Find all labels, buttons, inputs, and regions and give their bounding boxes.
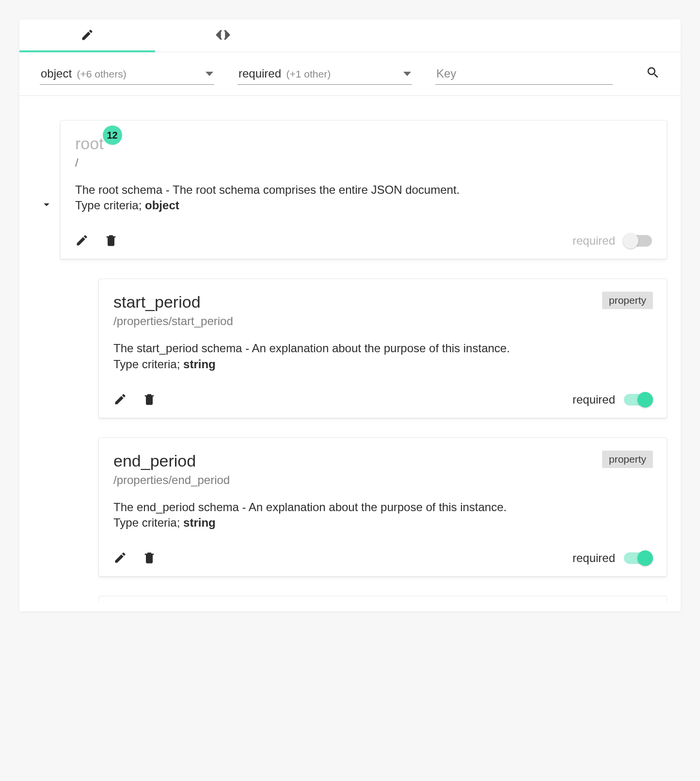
tab-bar	[19, 19, 681, 52]
required-toggle[interactable]	[624, 235, 652, 247]
type-filter-select[interactable]: object (+6 others)	[40, 64, 214, 85]
edit-button[interactable]	[75, 234, 90, 248]
required-label: required	[573, 551, 615, 565]
required-toggle[interactable]	[624, 552, 652, 564]
property-badge: property	[602, 292, 653, 309]
required-filter-label: required (+1 other)	[239, 67, 331, 80]
root-type-criteria: Type criteria; object	[75, 199, 652, 212]
key-search-input[interactable]	[436, 67, 612, 80]
chevron-down-icon	[206, 72, 213, 76]
property-badge: property	[602, 451, 653, 468]
root-children: property start_period /properties/start_…	[98, 279, 667, 577]
property-title: end_period	[113, 452, 196, 470]
expand-toggle[interactable]	[40, 198, 53, 211]
required-toggle[interactable]	[624, 394, 652, 406]
root-card: root 12 / The root schema - The root sch…	[60, 120, 667, 259]
property-card: property end_period /properties/end_peri…	[98, 437, 667, 577]
tab-code-view[interactable]	[155, 19, 291, 52]
pencil-icon	[80, 28, 94, 44]
filter-bar: object (+6 others) required (+1 other)	[19, 52, 681, 96]
search-button[interactable]	[646, 65, 660, 85]
required-filter-select[interactable]: required (+1 other)	[238, 64, 412, 85]
delete-button[interactable]	[143, 551, 157, 565]
code-icon	[215, 27, 231, 45]
property-title: start_period	[113, 293, 201, 312]
property-path: /properties/start_period	[113, 314, 652, 328]
root-path: /	[75, 156, 652, 170]
edit-button[interactable]	[113, 392, 128, 407]
required-label: required	[573, 234, 615, 248]
property-description: The end_period schema - An explanation a…	[113, 500, 652, 515]
property-description: The start_period schema - An explanation…	[113, 341, 652, 356]
property-type-criteria: Type criteria; string	[113, 516, 652, 530]
property-card: property start_period /properties/start_…	[98, 279, 667, 418]
next-card-peek	[98, 596, 667, 602]
edit-button[interactable]	[113, 551, 128, 565]
required-label: required	[573, 393, 615, 406]
root-description: The root schema - The root schema compri…	[75, 182, 652, 198]
child-count-badge: 12	[103, 125, 122, 145]
root-title: root 12	[75, 134, 104, 153]
chevron-down-icon	[403, 72, 411, 76]
schema-body: root 12 / The root schema - The root sch…	[19, 96, 681, 611]
schema-editor-app: object (+6 others) required (+1 other)	[19, 19, 681, 611]
root-row: root 12 / The root schema - The root sch…	[33, 120, 667, 279]
delete-button[interactable]	[143, 392, 157, 407]
property-type-criteria: Type criteria; string	[113, 358, 652, 371]
delete-button[interactable]	[104, 234, 119, 248]
search-icon	[646, 73, 660, 81]
type-filter-label: object (+6 others)	[41, 67, 127, 80]
property-path: /properties/end_period	[113, 473, 652, 487]
tab-form-editor[interactable]	[19, 19, 155, 52]
key-search-field[interactable]	[435, 64, 613, 85]
